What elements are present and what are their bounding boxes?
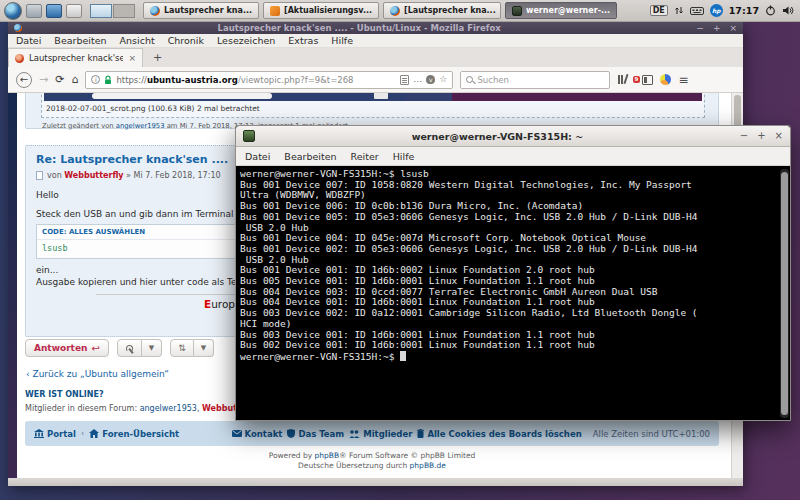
topic-tools-group: ▼ bbox=[117, 339, 162, 357]
attachment-image[interactable] bbox=[44, 93, 702, 101]
page-info-icon[interactable]: i bbox=[91, 75, 100, 84]
menu-ansicht[interactable]: Ansicht bbox=[120, 35, 155, 46]
tab-close-icon[interactable]: × bbox=[128, 53, 136, 63]
post-title[interactable]: Re: Lautsprecher knack'sen .... bbox=[36, 153, 228, 166]
menu-bearbeiten[interactable]: Bearbeiten bbox=[54, 35, 106, 46]
firefox-window-title: Lautsprecher knack'sen .... - Ubuntu/Lin… bbox=[22, 22, 696, 34]
sort-button[interactable]: ⇅ bbox=[170, 339, 194, 357]
taskbar-button-updater[interactable]: [Aktualisierungsv... bbox=[263, 2, 379, 19]
post-line-hello: Hello bbox=[36, 190, 59, 200]
home-button[interactable]: ⌂ bbox=[71, 74, 78, 85]
terminal-menu-datei[interactable]: Datei bbox=[245, 151, 270, 162]
back-button[interactable]: ← bbox=[16, 72, 32, 88]
hp-tray-icon[interactable]: hp bbox=[710, 4, 723, 17]
app-launcher-icon[interactable] bbox=[66, 4, 82, 18]
search-bar[interactable]: Suchen bbox=[460, 71, 610, 89]
forward-button[interactable]: → bbox=[39, 74, 48, 85]
author-link[interactable]: Webbutterfly bbox=[64, 171, 123, 180]
workspace-1[interactable] bbox=[90, 4, 112, 18]
distro-menu-icon[interactable] bbox=[4, 2, 22, 20]
phpbb-link[interactable]: phpBB bbox=[314, 451, 339, 460]
hamburger-menu-icon[interactable]: ≡ bbox=[678, 74, 688, 86]
system-tray: DE hp 17:17 bbox=[650, 4, 796, 17]
power-icon[interactable] bbox=[765, 5, 776, 16]
taskbar-button-terminal[interactable]: werner@werner-... bbox=[505, 2, 617, 19]
page-background-strip bbox=[8, 93, 17, 478]
bookmark-star-icon[interactable]: ☆ bbox=[439, 75, 447, 84]
kontakt-link[interactable]: Kontakt bbox=[232, 429, 283, 439]
topic-tools-button[interactable] bbox=[117, 339, 142, 357]
menu-extras[interactable]: Extras bbox=[288, 35, 318, 46]
team-shield-icon bbox=[287, 429, 295, 438]
terminal-close-button[interactable]: × bbox=[775, 130, 783, 142]
sort-dropdown[interactable]: ▼ bbox=[194, 339, 214, 357]
terminal-minimize-button[interactable]: − bbox=[740, 130, 748, 142]
attachment-box[interactable]: 2018-02-07-001_scrot.png (100.63 KiB) 2 … bbox=[41, 93, 705, 118]
menu-lesezeichen[interactable]: Lesezeichen bbox=[217, 35, 275, 46]
team-link[interactable]: Das Team bbox=[287, 429, 344, 439]
phpbbde-link[interactable]: phpBB.de bbox=[410, 461, 446, 470]
page-actions-icon[interactable]: … bbox=[413, 75, 422, 84]
clock[interactable]: 17:17 bbox=[729, 5, 759, 16]
workspace-switcher[interactable] bbox=[90, 4, 135, 18]
firefox-window-icon bbox=[14, 24, 22, 32]
terminal-maximize-button[interactable]: + bbox=[757, 130, 765, 142]
workspace-2[interactable] bbox=[113, 4, 135, 18]
volume-icon[interactable] bbox=[782, 5, 794, 16]
search-icon bbox=[466, 76, 473, 83]
signature-text: Europ bbox=[204, 298, 235, 310]
search-placeholder: Suchen bbox=[477, 75, 508, 85]
network-traffic-icon[interactable] bbox=[674, 5, 684, 16]
taskbar-button-firefox-1[interactable]: Lautsprecher kna... bbox=[143, 2, 259, 19]
post-panel-1: 2018-02-07-001_scrot.png (100.63 KiB) 2 … bbox=[25, 93, 719, 129]
terminal-output[interactable]: werner@werner-VGN-FS315H:~$ lsusb Bus 00… bbox=[236, 167, 790, 420]
mitglieder-link[interactable]: Mitglieder bbox=[349, 429, 412, 439]
member-link[interactable]: angelwer1953 bbox=[140, 404, 197, 413]
tab-lautsprecher[interactable]: Lautsprecher knack'sen × bbox=[8, 48, 143, 67]
firefox-tabbar: Lautsprecher knack'sen × + bbox=[8, 48, 743, 67]
firefox-titlebar[interactable]: Lautsprecher knack'sen .... - Ubuntu/Lin… bbox=[8, 22, 743, 34]
post-actions: Antworten ↩ ▼ ⇅ ▼ bbox=[25, 339, 214, 357]
portal-link[interactable]: Portal bbox=[34, 429, 76, 439]
close-button[interactable]: × bbox=[729, 22, 737, 34]
members-icon bbox=[349, 430, 360, 438]
keyboard-layout-indicator[interactable]: DE bbox=[650, 5, 668, 16]
delete-cookies-link[interactable]: Alle Cookies des Boards löschen bbox=[417, 429, 581, 439]
menu-chronik[interactable]: Chronik bbox=[168, 35, 204, 46]
terminal-scrollbar-thumb[interactable] bbox=[781, 172, 788, 415]
terminal-scrollbar[interactable] bbox=[780, 169, 789, 418]
terminal-titlebar[interactable]: werner@werner-VGN-FS315H: ~ − + × bbox=[236, 126, 790, 147]
terminal-line: Bus 003 Device 002: ID 0a12:0001 Cambrid… bbox=[240, 308, 776, 319]
terminal-menu-hilfe[interactable]: Hilfe bbox=[393, 151, 415, 162]
library-icon[interactable] bbox=[617, 74, 628, 85]
reader-mode-icon[interactable] bbox=[400, 75, 409, 85]
reply-button[interactable]: Antworten ↩ bbox=[25, 339, 109, 357]
image-app-icon[interactable] bbox=[46, 4, 62, 18]
terminal-menu-reiter[interactable]: Reiter bbox=[351, 151, 379, 162]
minimize-button[interactable]: − bbox=[696, 22, 704, 34]
reload-button[interactable]: ⟳ bbox=[55, 74, 64, 85]
keyboard-indicator-icon[interactable] bbox=[690, 6, 704, 16]
taskbar-label: [Lautsprecher kna... bbox=[404, 6, 496, 15]
back-to-forum-link[interactable]: ‹ Zurück zu „Ubuntu allgemein“ bbox=[26, 369, 169, 379]
topic-tools-dropdown[interactable]: ▼ bbox=[142, 339, 162, 357]
menu-hilfe[interactable]: Hilfe bbox=[331, 35, 353, 46]
sidebar-icon[interactable] bbox=[642, 75, 653, 85]
tab-title: Lautsprecher knack'sen bbox=[29, 53, 123, 63]
url-fade bbox=[354, 72, 390, 88]
extension-icon[interactable] bbox=[660, 74, 671, 85]
https-lock-icon[interactable] bbox=[104, 75, 112, 85]
taskbar-button-firefox-2[interactable]: [Lautsprecher kna... bbox=[383, 2, 501, 19]
new-tab-button[interactable]: + bbox=[143, 48, 172, 67]
maximize-button[interactable]: + bbox=[713, 22, 721, 34]
menu-datei[interactable]: Datei bbox=[16, 35, 41, 46]
terminal-icon bbox=[512, 6, 522, 16]
home-icon bbox=[89, 429, 99, 438]
firefox-window-bottom-border bbox=[8, 478, 743, 486]
url-bar[interactable]: i https://ubuntu-austria.org/viewtopic.p… bbox=[85, 71, 453, 89]
board-index-link[interactable]: Foren-Übersicht bbox=[89, 429, 179, 439]
terminal-menu-bearbeiten[interactable]: Bearbeiten bbox=[284, 151, 336, 162]
pocket-icon[interactable]: v bbox=[426, 75, 435, 84]
edited-user-link[interactable]: angelwer1953 bbox=[116, 122, 165, 130]
file-manager-icon[interactable] bbox=[26, 4, 42, 18]
